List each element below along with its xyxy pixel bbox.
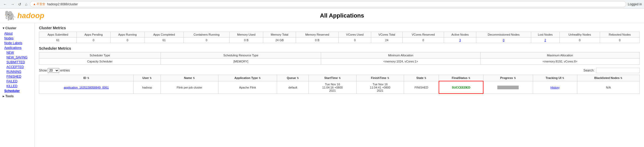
sidebar-item-about[interactable]: About [0,31,34,36]
app-tracking-ui-link[interactable]: History [550,86,559,89]
cm-header-memory-total: Memory Total [263,32,296,37]
sidebar-tools-section[interactable]: ▸ Tools [0,93,34,99]
sidebar-item-scheduler[interactable]: Scheduler [0,89,34,93]
sm-header-minimum-allocation: Minimum Allocation [321,52,480,58]
sm-value: <memory:8192, vCores:8> [480,58,639,65]
sidebar-item-applications[interactable]: Applications [0,45,34,50]
cm-header-unhealthy-nodes: Unhealthy Nodes [559,32,600,37]
cm-value-12: 0 [476,37,531,43]
apps-header-user[interactable]: User ⇅ [134,75,161,81]
cm-value-5: 0 B [229,37,263,43]
cm-link-lost-nodes[interactable]: 2 [545,39,546,42]
cm-header-memory-used: Memory Used [229,32,263,37]
sidebar-item-killed[interactable]: KILLED [2,84,34,89]
cm-value-4: 0 [184,37,229,43]
show-entries-select[interactable]: 20 50 100 [48,68,59,73]
cm-link-decommissioned-nodes[interactable]: 0 [503,39,505,42]
cm-header-apps-running: Apps Running [110,32,145,37]
cm-value-11: 3 [444,37,476,43]
apps-header-blacklisted-nodes[interactable]: Blacklisted Nodes ⇅ [577,75,639,81]
app-id[interactable]: application_1635158058849_0061 [39,81,134,94]
search-input[interactable] [596,68,640,73]
apps-header-finalstatus[interactable]: FinalStatus ⇅ [439,75,483,81]
apps-header-progress[interactable]: Progress ⇅ [483,75,533,81]
cm-value-8: 0 [339,37,371,43]
logo-elephant-icon: 🐘 [4,10,16,21]
tools-chevron-icon: ▸ [3,94,4,98]
app-state: FINISHED [404,81,439,94]
sidebar-item-failed[interactable]: FAILED [2,79,34,84]
apps-header-tracking-ui[interactable]: Tracking UI ⇅ [533,75,577,81]
sidebar-item-running[interactable]: RUNNING [2,69,34,74]
cm-header-vcores-total: VCores Total [371,32,403,37]
cm-value-15: 0 [600,37,640,43]
sidebar-cluster-section[interactable]: ▾ Cluster [0,25,34,31]
logged-in-text: Logged in [628,2,642,6]
apps-header-queue[interactable]: Queue ⇅ [277,75,309,81]
sort-icon: ⇅ [87,77,89,79]
sort-icon: ⇅ [193,77,195,79]
url-text: hadoop2:8088/cluster [47,2,78,6]
top-bar: 🐘 hadoop All Applications [0,9,644,23]
app-name: Flink per-job cluster [161,81,218,94]
cm-header-containers-running: Containers Running [184,32,229,37]
cm-header-memory-reserved: Memory Reserved [296,32,339,37]
page: 🐘 hadoop All Applications ▾ Cluster Abou… [0,9,644,147]
apps-header-application-type[interactable]: Application Type ⇅ [218,75,277,81]
app-user: hadoop [134,81,161,94]
app-progress [483,81,533,94]
app-type: Apache Flink [218,81,277,94]
sidebar-item-nodes[interactable]: Nodes [0,36,34,41]
sort-icon: ⇅ [259,77,261,79]
apps-header-id[interactable]: ID ⇅ [39,75,134,81]
apps-header-starttime[interactable]: StartTime ⇅ [309,75,356,81]
cm-link-active-nodes[interactable]: 3 [459,39,461,42]
cluster-metrics-title: Cluster Metrics [39,26,640,30]
cm-value-14: 0 [559,37,600,43]
cm-value-9: 24 [371,37,403,43]
sort-icon: ⇅ [339,77,341,79]
show-entries-control: Show 20 50 100 entries [39,68,70,73]
nav-forward-button[interactable]: → [10,2,15,7]
cm-value-6: 24 GB [263,37,296,43]
cm-header-apps-completed: Apps Completed [145,32,184,37]
sidebar-item-finished[interactable]: FINISHED [2,74,34,79]
cm-header-vcores-used: VCores Used [339,32,371,37]
nav-back-button[interactable]: ← [2,2,8,7]
sort-icon: ⇅ [468,77,470,79]
address-bar[interactable]: ▲ 不安全 hadoop2:8088/cluster [30,1,626,7]
sm-value: Capacity Scheduler [39,58,161,65]
sidebar-item-submitted[interactable]: SUBMITTED [2,60,34,65]
cm-header-active-nodes: Active Nodes [444,32,476,37]
cm-value-3: 61 [145,37,184,43]
nav-refresh-button[interactable]: ↺ [17,2,22,7]
sidebar-item-accepted[interactable]: ACCEPTED [2,65,34,69]
table-controls: Show 20 50 100 entries Search: [39,68,640,73]
logo: 🐘 hadoop [4,10,44,21]
sm-value: <memory:1024, vCores:1> [321,58,480,65]
sort-icon: ⇅ [620,77,622,79]
sidebar-item-new[interactable]: NEW [2,50,34,55]
nav-home-button[interactable]: ⌂ [24,2,28,7]
cm-header-apps-pending: Apps Pending [77,32,111,37]
sort-icon: ⇅ [387,77,389,79]
sm-header-scheduling-resource-type: Scheduling Resource Type [161,52,321,58]
cluster-metrics-table: Apps SubmittedApps PendingApps RunningAp… [39,32,640,43]
table-row: application_1635158058849_0061hadoopFlin… [39,81,640,94]
progress-bar-container [497,86,519,89]
cm-value-10: 0 [402,37,444,43]
sort-icon: ⇅ [562,77,564,79]
sort-icon: ⇅ [297,77,299,79]
apps-header-name[interactable]: Name ⇅ [161,75,218,81]
main-container: ▾ Cluster About Nodes Node Labels Applic… [0,23,644,147]
sidebar-item-node-labels[interactable]: Node Labels [0,41,34,45]
apps-table: ID ⇅User ⇅Name ⇅Application Type ⇅Queue … [39,75,640,94]
app-id-link[interactable]: application_1635158058849_0061 [64,86,109,89]
sidebar-item-new-saving[interactable]: NEW_SAVING [2,55,34,60]
apps-header-finishtime[interactable]: FinishTime ⇅ [356,75,404,81]
app-tracking-ui[interactable]: History [533,81,577,94]
sort-icon: ⇅ [150,77,152,79]
apps-header-state[interactable]: State ⇅ [404,75,439,81]
cm-header-rebooted-nodes: Rebooted Nodes [600,32,640,37]
sort-icon: ⇅ [424,77,426,79]
